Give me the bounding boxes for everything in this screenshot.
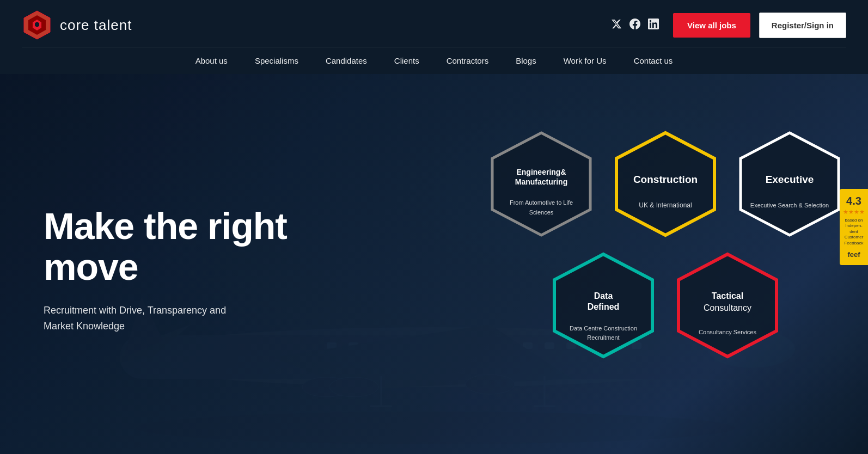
svg-text:UK & International: UK & International — [639, 201, 692, 209]
hexagons-container: Engineering& Manufacturing From Automoti… — [465, 118, 835, 422]
logo[interactable]: core talent — [22, 10, 132, 40]
nav-contact-us[interactable]: Contact us — [634, 56, 673, 65]
feefo-score: 4.3 — [846, 195, 861, 206]
svg-text:Engineering&: Engineering& — [516, 168, 566, 176]
hero-content: Make the right move Recruitment with Dri… — [0, 206, 390, 334]
svg-text:Manufacturing: Manufacturing — [515, 177, 567, 186]
hex-construction[interactable]: Construction UK & International — [606, 128, 725, 250]
nav-candidates[interactable]: Candidates — [326, 56, 367, 65]
svg-text:Construction: Construction — [633, 174, 698, 185]
feefo-stars: ★★★★ — [843, 208, 865, 216]
facebook-icon[interactable] — [629, 19, 640, 32]
hex-data-defined[interactable]: Data Defined Data Centre Construction Re… — [543, 250, 663, 372]
feefo-text: based onIndepen-dentCustomerFeedback — [844, 218, 863, 246]
view-all-jobs-button[interactable]: View all jobs — [673, 13, 750, 38]
header-top: core talent View all jobs Register/Sign … — [22, 0, 846, 47]
header: core talent View all jobs Register/Sign … — [0, 0, 868, 74]
svg-text:Consultancy: Consultancy — [704, 303, 751, 312]
nav-specialisms[interactable]: Specialisms — [255, 56, 298, 65]
svg-text:Tactical: Tactical — [712, 291, 743, 300]
main-nav: About us Specialisms Candidates Clients … — [22, 47, 846, 74]
twitter-icon[interactable] — [611, 19, 622, 32]
svg-text:Data Centre Construction: Data Centre Construction — [570, 325, 637, 332]
nav-blogs[interactable]: Blogs — [516, 56, 536, 65]
nav-about-us[interactable]: About us — [195, 56, 228, 65]
feefo-widget[interactable]: 4.3 ★★★★ based onIndepen-dentCustomerFee… — [840, 189, 868, 265]
hero-title: Make the right move — [44, 206, 390, 287]
hex-tactical-consultancy[interactable]: Tactical Consultancy Consultancy Service… — [668, 250, 787, 372]
svg-text:Executive Search & Selection: Executive Search & Selection — [750, 202, 829, 208]
svg-text:Executive: Executive — [766, 174, 814, 185]
logo-icon — [22, 10, 52, 40]
logo-text: core talent — [60, 17, 132, 34]
nav-contractors[interactable]: Contractors — [447, 56, 489, 65]
social-icons — [611, 19, 659, 32]
svg-text:Recruitment: Recruitment — [587, 334, 619, 341]
svg-text:Sciences: Sciences — [529, 209, 554, 216]
header-right: View all jobs Register/Sign in — [611, 13, 846, 38]
register-sign-in-button[interactable]: Register/Sign in — [759, 13, 846, 38]
nav-clients[interactable]: Clients — [394, 56, 419, 65]
hero-subtitle: Recruitment with Drive, Transparency and… — [44, 303, 250, 334]
linkedin-icon[interactable] — [648, 19, 659, 32]
hex-executive[interactable]: Executive Executive Search & Selection — [730, 128, 849, 250]
svg-text:Data: Data — [594, 291, 613, 300]
svg-text:Defined: Defined — [588, 302, 620, 311]
svg-text:From Automotive to Life: From Automotive to Life — [510, 199, 573, 206]
feefo-label: feef — [847, 250, 860, 259]
nav-work-for-us[interactable]: Work for Us — [564, 56, 607, 65]
hex-engineering[interactable]: Engineering& Manufacturing From Automoti… — [481, 128, 601, 250]
svg-text:Consultancy Services: Consultancy Services — [699, 329, 756, 335]
hero-section: Make the right move Recruitment with Dri… — [0, 74, 868, 454]
